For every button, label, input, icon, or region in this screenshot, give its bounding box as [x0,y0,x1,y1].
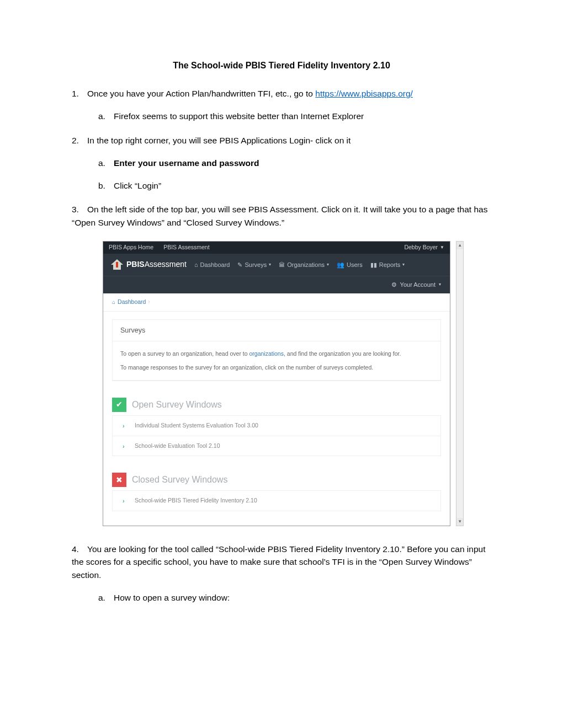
nav-organizations[interactable]: 🏛 Organizations ▾ [279,260,329,270]
scroll-down-icon[interactable]: ▾ [456,518,463,526]
nav-label: Organizations [287,260,325,270]
section-header: ✖ Closed Survey Windows [112,473,441,487]
clipboard-icon: ✎ [237,260,242,270]
panel-heading: Surveys [113,320,440,342]
ordered-list-level1: 1.Once you have your Action Plan/handwri… [72,87,491,604]
step-number: 2. [72,134,87,147]
surveys-panel: Surveys To open a survey to an organizat… [112,319,441,381]
logo-bold: PBIS [126,260,145,269]
caret-down-icon: ▼ [440,244,444,251]
sub-text: Click “Login” [114,181,161,190]
list-item[interactable]: ›School-wide PBIS Tiered Fidelity Invent… [112,491,441,511]
logo-light: Assessment [145,260,187,269]
nav-pbis-assessment[interactable]: PBIS Assessment [163,243,209,252]
chevron-right-icon: › [123,442,125,451]
nav-label: Users [347,260,363,270]
logo-text: PBISAssessment [126,259,187,270]
users-icon: 👥 [337,260,344,270]
sub-letter: a. [98,591,114,604]
building-icon: 🏛 [279,260,285,270]
panel-body: To open a survey to an organization, hea… [113,341,440,381]
link-organizations[interactable]: organizations [249,350,284,357]
spacer [103,511,450,526]
link-pbisapps[interactable]: https://www.pbisapps.org/ [315,89,413,98]
step-number: 1. [72,87,87,100]
nav-dashboard[interactable]: ⌂ Dashboard [194,260,230,270]
topbar-left: PBIS Apps Home PBIS Assessment [109,243,210,252]
step-1a: a.Firefox seems to support this website … [98,110,491,122]
panel-line2: To manage responses to the survey for an… [120,363,433,372]
step-text: On the left side of the top bar, you wil… [72,205,487,227]
text-fragment: Once you have your Action Plan/handwritt… [87,89,315,98]
text-fragment: On the left side of the top bar, you wil… [72,205,487,227]
text-fragment: , and find the organization you are look… [284,350,401,357]
ordered-list-level2: a.Firefox seems to support this website … [72,110,491,122]
nav-reports[interactable]: ▮▮ Reports ▾ [370,260,405,270]
chevron-right-icon: › [123,421,125,431]
list-item-label: School-wide PBIS Tiered Fidelity Invento… [135,497,257,504]
logo[interactable]: PBISAssessment [111,259,187,270]
breadcrumb-item[interactable]: Dashboard [118,298,146,307]
breadcrumb: ⌂ Dashboard › [103,293,450,312]
ordered-list-level2: a.Enter your username and password b.Cli… [72,157,491,192]
section-title: Closed Survey Windows [132,473,227,486]
nav-label: Reports [379,260,401,270]
home-icon: ⌂ [194,260,198,270]
caret-down-icon: ▾ [327,261,329,268]
home-icon: ⌂ [112,298,115,306]
check-icon: ✔ [112,398,126,412]
section-title: Open Survey Windows [132,398,222,411]
step-text: Once you have your Action Plan/handwritt… [87,89,413,98]
list-item[interactable]: ›Individual Student Systems Evaluation T… [112,416,441,436]
open-list: ›Individual Student Systems Evaluation T… [112,415,441,457]
step-4a: a.How to open a survey window: [98,591,491,604]
sub-text: Firefox seems to support this website be… [114,111,364,121]
main-nav: PBISAssessment ⌂ Dashboard ✎ Surveys ▾ [103,254,450,276]
list-item[interactable]: ›School-wide Evaluation Tool 2.10 [112,436,441,457]
nav-surveys[interactable]: ✎ Surveys ▾ [237,260,271,270]
nav-users[interactable]: 👥 Users [337,260,363,270]
topbar-user[interactable]: Debby Boyer ▼ [404,243,444,252]
caret-down-icon: ▾ [402,261,405,268]
step-4: 4.You are looking for the tool called “S… [72,543,491,604]
list-item-label: School-wide Evaluation Tool 2.10 [135,442,220,449]
chevron-right-icon: › [148,298,150,306]
open-survey-windows-section: ✔ Open Survey Windows ›Individual Studen… [112,398,441,457]
app-screenshot: PBIS Apps Home PBIS Assessment Debby Boy… [103,241,450,526]
scrollbar[interactable]: ▴ ▾ [456,241,464,526]
nav-your-account[interactable]: Your Account [400,280,435,290]
step-2a: a.Enter your username and password [98,157,491,169]
page-title: The School-wide PBIS Tiered Fidelity Inv… [72,61,491,71]
top-bar: PBIS Apps Home PBIS Assessment Debby Boy… [103,242,450,254]
document-page: The School-wide PBIS Tiered Fidelity Inv… [0,0,563,648]
gear-icon: ⚙ [391,280,397,290]
step-text: You are looking for the tool called “Sch… [72,544,485,580]
step-number: 3. [72,203,87,216]
step-3: 3.On the left side of the top bar, you w… [72,203,491,526]
nav-label: Dashboard [200,260,230,270]
sub-letter: a. [98,157,114,169]
screenshot-container: PBIS Apps Home PBIS Assessment Debby Boy… [103,241,456,526]
sub-text: How to open a survey window: [114,593,230,602]
step-text: In the top right corner, you will see PB… [87,136,350,145]
nav-pbis-apps-home[interactable]: PBIS Apps Home [109,243,153,252]
text-fragment: To open a survey to an organization, hea… [120,350,249,357]
logo-icon [111,259,123,270]
closed-list: ›School-wide PBIS Tiered Fidelity Invent… [112,490,441,511]
scroll-up-icon[interactable]: ▴ [456,242,463,249]
caret-down-icon: ▾ [269,261,271,268]
bar-chart-icon: ▮▮ [370,260,377,270]
ordered-list-level2: a.How to open a survey window: [72,591,491,604]
nav-label: Surveys [245,260,267,270]
panel-line1: To open a survey to an organization, hea… [120,349,433,358]
step-2b: b.Click “Login” [98,179,491,192]
section-header: ✔ Open Survey Windows [112,398,441,412]
chevron-right-icon: › [123,496,125,506]
sub-text-bold: Enter your username and password [114,158,259,168]
sub-letter: a. [98,110,114,122]
list-item-label: Individual Student Systems Evaluation To… [135,422,258,429]
sub-nav: ⚙ Your Account ▾ [103,276,450,293]
user-name: Debby Boyer [404,243,438,252]
close-icon: ✖ [112,473,126,487]
sub-letter: b. [98,179,114,192]
